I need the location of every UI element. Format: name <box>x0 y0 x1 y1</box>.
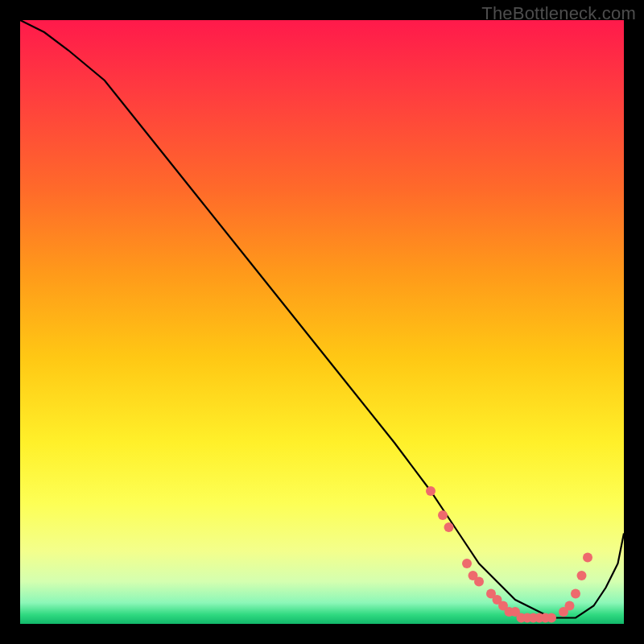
marker-dot <box>426 486 436 496</box>
marker-dot <box>583 553 592 563</box>
gradient-background <box>20 20 624 624</box>
marker-dot <box>462 559 472 568</box>
marker-dot <box>577 571 587 580</box>
bottleneck-chart <box>0 0 644 644</box>
marker-dot <box>565 601 575 611</box>
marker-dot <box>444 522 454 532</box>
marker-dot <box>571 589 580 599</box>
marker-dot <box>547 613 556 623</box>
marker-dot <box>438 510 448 520</box>
marker-dot <box>474 577 484 587</box>
